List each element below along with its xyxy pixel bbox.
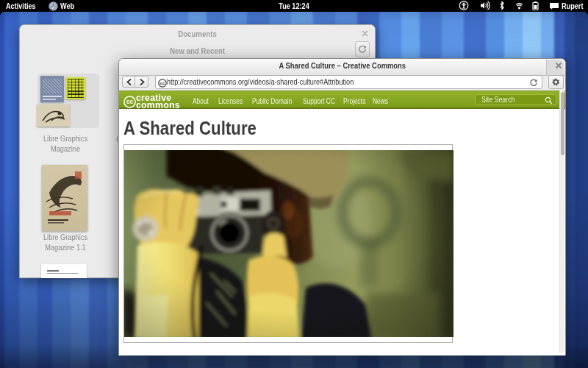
- svg-text:cc: cc: [126, 98, 134, 105]
- svg-text:cc: cc: [160, 81, 165, 85]
